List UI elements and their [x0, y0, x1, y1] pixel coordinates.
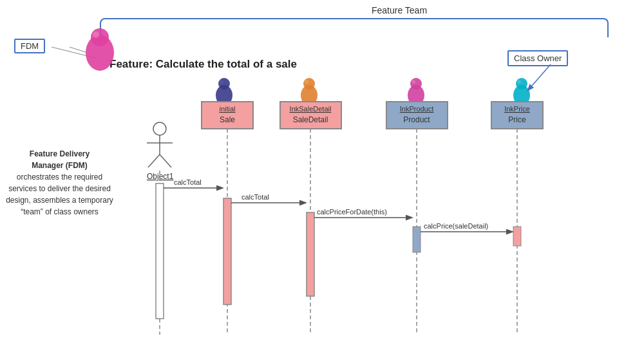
- svg-point-16: [408, 85, 424, 106]
- svg-point-14: [303, 78, 315, 89]
- feature-team-brace: [100, 18, 609, 37]
- svg-rect-43: [413, 227, 421, 252]
- svg-point-12: [220, 80, 223, 84]
- svg-text:Object1: Object1: [147, 172, 174, 181]
- svg-rect-41: [223, 198, 231, 304]
- feature-title: Feature: Calculate the total of a sale: [109, 58, 297, 71]
- svg-point-13: [301, 85, 317, 106]
- svg-rect-40: [156, 183, 164, 319]
- svg-text:calcPrice(saleDetail): calcPrice(saleDetail): [424, 222, 488, 230]
- svg-point-18: [412, 80, 415, 84]
- svg-text:initial: initial: [219, 105, 235, 113]
- svg-point-20: [516, 78, 527, 89]
- svg-text:calcTotal: calcTotal: [174, 178, 202, 186]
- svg-text:SaleDetail: SaleDetail: [293, 115, 328, 124]
- svg-text:Price: Price: [508, 115, 526, 124]
- svg-point-3: [93, 32, 99, 38]
- svg-rect-29: [386, 102, 448, 129]
- svg-text:calcPriceForDate(this): calcPriceForDate(this): [317, 208, 387, 216]
- fdm-body: orchestrates the required services to de…: [6, 173, 113, 216]
- svg-point-19: [513, 85, 530, 106]
- svg-point-10: [216, 85, 232, 106]
- fdm-description: Feature Delivery Manager (FDM) orchestra…: [3, 148, 116, 218]
- svg-text:Sale: Sale: [220, 115, 235, 124]
- svg-rect-44: [513, 227, 521, 246]
- svg-rect-26: [280, 102, 341, 129]
- svg-line-7: [148, 155, 160, 167]
- svg-rect-32: [491, 102, 543, 129]
- svg-line-22: [528, 64, 551, 90]
- fdm-box: FDM: [14, 39, 45, 53]
- fdm-title2: Manager (FDM): [32, 161, 88, 170]
- svg-text:Product: Product: [403, 115, 430, 124]
- feature-team-label: Feature Team: [193, 5, 605, 15]
- svg-line-53: [70, 47, 88, 53]
- svg-point-17: [410, 78, 422, 89]
- svg-text:calcTotal: calcTotal: [242, 193, 269, 201]
- svg-point-11: [218, 78, 230, 89]
- svg-text:InkProduct: InkProduct: [400, 105, 434, 113]
- diagram-container: Feature Team FDM Feature: Calculate the …: [0, 0, 644, 356]
- svg-point-21: [517, 80, 521, 84]
- svg-rect-23: [202, 102, 253, 129]
- svg-point-4: [153, 122, 166, 135]
- fdm-title: Feature Delivery: [30, 149, 90, 158]
- svg-text:InkSaleDetail: InkSaleDetail: [290, 105, 332, 113]
- svg-line-8: [160, 155, 171, 167]
- svg-rect-42: [307, 212, 314, 296]
- svg-text:InkPrice: InkPrice: [504, 105, 530, 113]
- class-owner-label: Class Owner: [507, 50, 568, 66]
- svg-line-0: [52, 47, 95, 58]
- svg-point-15: [305, 80, 308, 84]
